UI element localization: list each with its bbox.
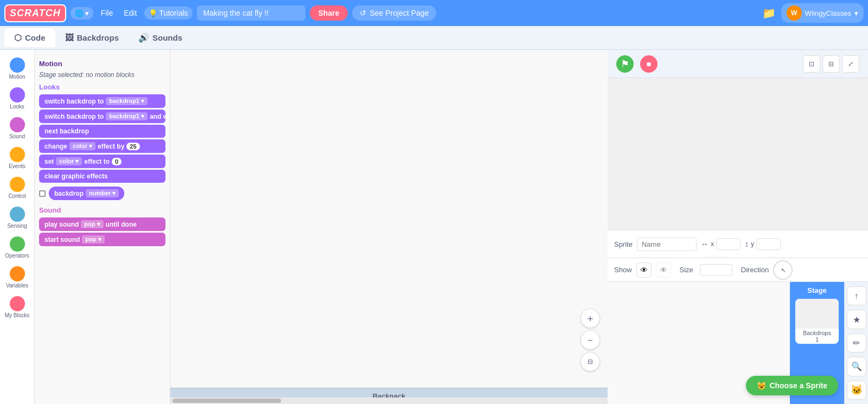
x-label: x (711, 240, 714, 248)
paint-tool[interactable]: ✏ (847, 334, 866, 352)
sprite-info-row: Sprite ↔ x ↕ y (608, 230, 868, 258)
x-coord-icon: ↔ (701, 240, 709, 248)
category-variables[interactable]: Variables (1, 263, 34, 292)
see-project-label: See Project Page (369, 9, 429, 17)
sprite-name-input[interactable] (637, 238, 697, 251)
category-variables-label: Variables (6, 283, 28, 288)
normal-stage-button[interactable]: ⊟ (822, 55, 840, 73)
tab-code[interactable]: ⬡ Code (4, 28, 55, 47)
canvas-scrollbar[interactable] (170, 397, 608, 404)
category-operators[interactable]: Operators (1, 233, 34, 262)
block-value-0[interactable]: 0 (112, 158, 122, 165)
file-menu[interactable]: File (98, 7, 117, 20)
upload-tool[interactable]: ↑ (847, 286, 866, 305)
project-title-input[interactable] (197, 5, 305, 21)
fit-button[interactable]: ⊟ (580, 352, 600, 371)
show-label: Show (614, 266, 632, 274)
events-dot (10, 147, 25, 162)
blocks-panel: Motion Stage selected: no motion blocks … (35, 50, 170, 404)
block-next-backdrop[interactable]: next backdrop (39, 125, 165, 138)
choose-sprite-label: Choose a Sprite (769, 381, 827, 390)
zoom-out-button[interactable]: － (580, 330, 600, 350)
hide-eye-button[interactable]: 👁 (656, 262, 671, 278)
category-sound[interactable]: Sound (1, 114, 34, 143)
tutorials-label: Tutorials (159, 9, 188, 17)
category-myblocks-label: My Blocks (5, 312, 30, 318)
zoom-in-button[interactable]: ＋ (580, 309, 600, 328)
block-change-effect[interactable]: change color ▾ effect by 25 (39, 139, 165, 153)
stage-thumbnail-item[interactable]: Backdrops 1 (795, 299, 839, 344)
choose-sprite-button[interactable]: 😺 Choose a Sprite (746, 376, 838, 395)
avatar: W (787, 5, 802, 21)
scratch-logo[interactable]: SCRATCH (4, 4, 66, 22)
search-tool[interactable]: 🔍 (847, 357, 866, 376)
sprites-area: ↑ ★ ✏ 🔍 🐱 Stage Backdrops 1 (608, 282, 868, 404)
user-chevron: ▾ (854, 9, 858, 17)
stop-button[interactable]: ■ (640, 55, 658, 73)
lightbulb-icon: 💡 (149, 9, 157, 17)
block-switch-backdrop-wait[interactable]: switch backdrop to backdrop1 ▾ and wait (39, 110, 165, 123)
surprise-tool[interactable]: ★ (847, 310, 866, 329)
canvas-content (170, 50, 608, 388)
share-button[interactable]: Share (310, 5, 348, 21)
category-myblocks[interactable]: My Blocks (1, 293, 34, 322)
fullscreen-button[interactable]: ⤢ (842, 55, 859, 73)
block-dropdown-pop2[interactable]: pop ▾ (82, 235, 104, 243)
direction-control[interactable]: ↑ (773, 260, 793, 280)
block-backdrop-num[interactable]: backdrop number ▾ (49, 187, 124, 200)
edit-menu[interactable]: Edit (120, 7, 140, 20)
user-menu[interactable]: W WiingyClasses ▾ (781, 3, 864, 23)
block-set-effect[interactable]: set color ▾ effect to 0 (39, 155, 165, 168)
category-operators-label: Operators (5, 253, 29, 259)
category-motion[interactable]: Motion (1, 54, 34, 83)
tutorials-button[interactable]: 💡 Tutorials (144, 7, 192, 20)
block-text: switch backdrop to (44, 98, 104, 105)
tab-backdrops[interactable]: 🖼 Backdrops (55, 29, 129, 47)
folder-icon[interactable]: 📁 (762, 7, 776, 20)
cat-tool[interactable]: 🐱 (847, 381, 866, 400)
block-value-25[interactable]: 25 (126, 143, 139, 150)
green-flag-button[interactable]: ⚑ (616, 55, 634, 73)
username: WiingyClasses (805, 9, 851, 17)
small-stage-button[interactable]: ⊡ (803, 55, 820, 73)
category-sensing-label: Sensing (7, 223, 27, 229)
canvas-area: ＋ － ⊟ Backpack (170, 50, 608, 404)
size-input[interactable] (700, 264, 732, 276)
block-text: switch backdrop to (44, 113, 104, 120)
block-text: set (44, 158, 54, 165)
block-play-sound-until[interactable]: play sound pop ▾ until done (39, 217, 165, 231)
globe-button[interactable]: 🌐 ▾ (71, 7, 93, 20)
block-checkbox[interactable] (39, 190, 46, 197)
block-dropdown-pop[interactable]: pop ▾ (81, 220, 103, 228)
block-text: effect by (98, 143, 124, 150)
stage-preview-thumb (795, 299, 839, 329)
see-project-button[interactable]: ↺ See Project Page (352, 5, 436, 21)
tabs-row: ⬡ Code 🖼 Backdrops 🔊 Sounds (0, 26, 868, 50)
canvas-scrollbar-thumb[interactable] (173, 399, 281, 403)
block-start-sound[interactable]: start sound pop ▾ (39, 233, 165, 246)
show-eye-button[interactable]: 👁 (636, 262, 652, 278)
block-dropdown-backdrop1[interactable]: backdrop1 ▾ (106, 97, 148, 105)
block-dropdown-number[interactable]: number ▾ (86, 189, 119, 197)
block-dropdown-color[interactable]: color ▾ (69, 142, 95, 150)
y-input[interactable] (756, 238, 781, 250)
block-switch-backdrop[interactable]: switch backdrop to backdrop1 ▾ (39, 94, 165, 108)
myblocks-dot (10, 296, 25, 311)
sensing-dot (10, 207, 25, 222)
block-dropdown-backdrop1-wait[interactable]: backdrop1 ▾ (106, 112, 148, 120)
y-coord-group: ↕ y (745, 238, 781, 250)
x-coord-group: ↔ x (701, 238, 741, 250)
block-dropdown-color2[interactable]: color ▾ (56, 157, 82, 165)
stage-background (608, 78, 868, 230)
sound-section-title: Sound (39, 206, 165, 214)
category-sensing[interactable]: Sensing (1, 203, 34, 232)
globe-chevron: ▾ (85, 9, 89, 17)
tab-sounds[interactable]: 🔊 Sounds (129, 28, 192, 47)
block-clear-effects[interactable]: clear graphic effects (39, 170, 165, 183)
category-control[interactable]: Control (1, 174, 34, 202)
category-events[interactable]: Events (1, 144, 34, 172)
category-looks[interactable]: Looks (1, 84, 34, 113)
x-input[interactable] (716, 238, 741, 250)
motion-section-title: Motion (39, 60, 165, 68)
block-text: backdrop (54, 190, 84, 197)
